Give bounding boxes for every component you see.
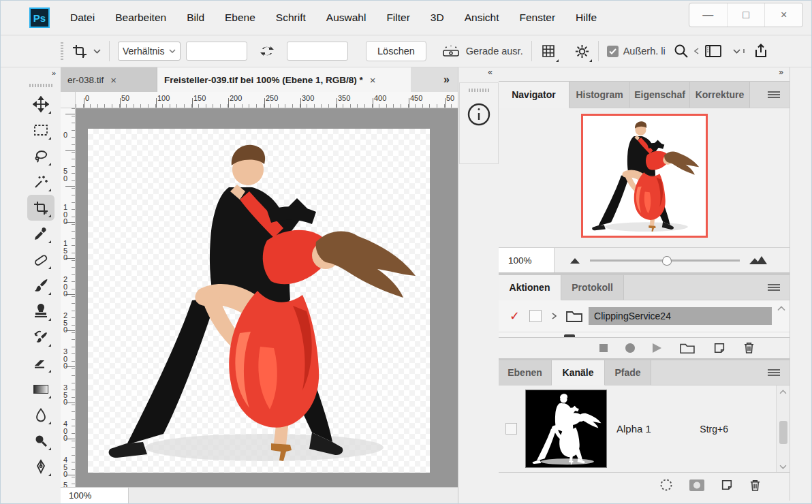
menu-datei[interactable]: Datei: [70, 12, 95, 24]
zoom-out-mountain-icon[interactable]: [569, 257, 580, 264]
scroll-up-icon[interactable]: [777, 306, 785, 311]
chevron-down-icon[interactable]: [733, 49, 740, 54]
clone-stamp-tool[interactable]: [27, 298, 54, 324]
navigator-zoom-slider[interactable]: [590, 259, 740, 262]
zoom-in-mountains-icon[interactable]: [749, 255, 767, 265]
new-channel-icon[interactable]: [721, 479, 733, 491]
gradient-tool[interactable]: [27, 376, 54, 402]
tab-overflow-button[interactable]: »: [434, 67, 458, 92]
straighten-level-icon[interactable]: [441, 44, 460, 58]
lasso-tool[interactable]: [27, 143, 54, 169]
stop-icon[interactable]: [599, 344, 608, 352]
crop-tool-preset[interactable]: [72, 43, 88, 59]
new-folder-icon[interactable]: [679, 342, 696, 354]
channel-visibility-toggle[interactable]: [505, 423, 517, 435]
menu-schrift[interactable]: Schrift: [276, 12, 306, 24]
crop-tool[interactable]: [27, 195, 54, 221]
tab-eigenschaften[interactable]: Eigenschaf: [630, 82, 690, 108]
tab-aktionen[interactable]: Aktionen: [499, 275, 561, 300]
tab-navigator[interactable]: Navigator: [499, 82, 569, 108]
overlay-options[interactable]: [540, 43, 557, 59]
swap-dimensions-icon[interactable]: [260, 45, 275, 57]
channel-row-alpha1[interactable]: Alpha 1 Strg+6: [499, 385, 776, 472]
scroll-up-icon[interactable]: [779, 390, 787, 394]
action-dialog-toggle[interactable]: [529, 310, 542, 322]
move-tool[interactable]: [27, 91, 54, 117]
action-set-name[interactable]: ClippingService24: [589, 307, 772, 325]
tab-korrekturen[interactable]: Korrekture: [690, 82, 750, 108]
eraser-tool[interactable]: [27, 350, 54, 376]
crop-width-input[interactable]: [186, 42, 247, 61]
search-icon[interactable]: [674, 44, 689, 59]
divider: [598, 41, 599, 61]
action-enabled-check[interactable]: ✓: [510, 309, 520, 324]
crop-height-input[interactable]: [287, 42, 348, 61]
blur-tool[interactable]: [27, 402, 54, 428]
zoom-level-field[interactable]: 100%: [61, 488, 129, 503]
dodge-tool[interactable]: [27, 428, 54, 454]
trash-icon[interactable]: [749, 479, 761, 492]
chevron-down-icon[interactable]: [93, 49, 101, 54]
menu-bild[interactable]: Bild: [187, 12, 204, 24]
tab-kanaele[interactable]: Kanäle: [552, 360, 605, 385]
maximize-button[interactable]: □: [727, 3, 765, 27]
delete-cropped-checkbox[interactable]: [607, 46, 619, 57]
navigator-zoom-field[interactable]: 100%: [499, 248, 555, 272]
menu-ebene[interactable]: Ebene: [225, 12, 255, 24]
tab-pfade[interactable]: Pfade: [605, 360, 651, 385]
history-brush-tool[interactable]: [27, 324, 54, 350]
record-icon[interactable]: [625, 343, 635, 353]
panel-menu-button[interactable]: [768, 82, 790, 108]
expand-chevron-icon[interactable]: [551, 312, 557, 320]
eyedropper-tool[interactable]: [27, 221, 54, 247]
brush-tool[interactable]: [27, 272, 54, 298]
menu-ansicht[interactable]: Ansicht: [465, 12, 499, 24]
dock-collapse-button[interactable]: «: [459, 67, 499, 81]
close-tab-icon[interactable]: ×: [110, 74, 116, 86]
healing-brush-tool[interactable]: [27, 247, 54, 272]
play-icon[interactable]: [653, 343, 661, 353]
navigator-proxy-view[interactable]: [581, 114, 708, 238]
slider-thumb[interactable]: [662, 256, 672, 266]
marquee-tool[interactable]: [27, 117, 54, 143]
menu-hilfe[interactable]: Hilfe: [576, 12, 597, 24]
close-tab-icon[interactable]: ×: [370, 74, 376, 86]
ratio-select[interactable]: Verhältnis: [118, 42, 181, 61]
menu-filter[interactable]: Filter: [386, 12, 409, 24]
tab-ebenen[interactable]: Ebenen: [499, 360, 552, 385]
toolbar-expand[interactable]: »: [21, 69, 61, 82]
action-set-row[interactable]: ✓ ClippingService24: [499, 300, 790, 332]
channels-button-bar: [499, 472, 790, 497]
crop-settings[interactable]: [574, 44, 590, 59]
workspace-icon[interactable]: [704, 44, 722, 58]
document-tab-active[interactable]: Freisteller-039.tif bei 100% (Ebene 1, R…: [157, 67, 411, 92]
tab-protokoll[interactable]: Protokoll: [561, 275, 624, 300]
panel-menu-button[interactable]: [768, 275, 790, 300]
channel-thumbnail[interactable]: [525, 390, 607, 468]
magic-wand-tool[interactable]: [27, 169, 54, 195]
load-selection-icon[interactable]: [659, 478, 673, 492]
close-button[interactable]: ×: [764, 3, 802, 27]
trash-icon[interactable]: [743, 341, 755, 354]
scroll-down-icon[interactable]: [779, 464, 787, 469]
share-icon[interactable]: [753, 44, 768, 59]
save-selection-mask-icon[interactable]: [689, 479, 704, 491]
menu-auswahl[interactable]: Auswahl: [326, 12, 366, 24]
channel-name[interactable]: Alpha 1: [616, 423, 651, 435]
menu-fenster[interactable]: Fenster: [520, 12, 556, 24]
pen-tool[interactable]: [27, 454, 54, 479]
new-action-icon[interactable]: [713, 342, 725, 354]
chevron-left-icon: [694, 48, 699, 54]
minimize-button[interactable]: —: [689, 3, 727, 27]
panel-menu-button[interactable]: [768, 360, 790, 385]
tab-histogramm[interactable]: Histogram: [569, 82, 630, 108]
scrollbar-thumb[interactable]: [779, 421, 787, 444]
document-tab-inactive[interactable]: er-038.tif ×: [61, 67, 157, 92]
info-icon[interactable]: [466, 101, 492, 127]
dock-expand-button[interactable]: »: [499, 67, 790, 81]
channels-scrollbar[interactable]: [776, 385, 790, 472]
menu-3d[interactable]: 3D: [431, 12, 444, 24]
menu-bearbeiten[interactable]: Bearbeiten: [115, 12, 166, 24]
clear-button[interactable]: Löschen: [366, 41, 426, 61]
canvas-image[interactable]: [88, 129, 430, 473]
